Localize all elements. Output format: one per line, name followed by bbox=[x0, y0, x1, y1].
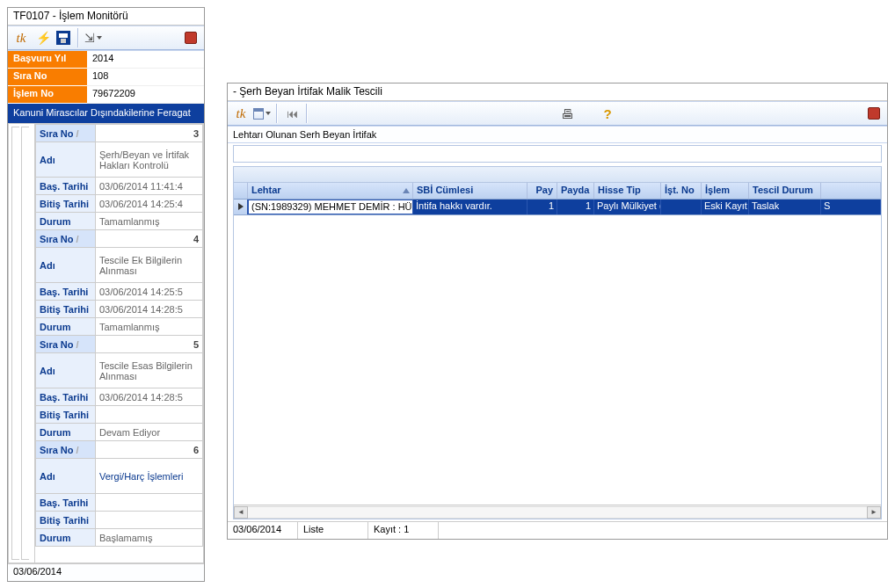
save-button[interactable] bbox=[54, 28, 73, 47]
cell-hisse: Paylı Mülkiyet (İ bbox=[594, 200, 661, 214]
col-hisse[interactable]: Hisse Tip bbox=[594, 183, 661, 199]
cell-sbi: İntifa hakkı vardır. bbox=[413, 200, 528, 214]
basvuru-yil-value: 2014 bbox=[87, 51, 204, 69]
table-row: AdıTescile Ek Bilgilerin Alınması bbox=[36, 248, 203, 283]
grid-data-row[interactable]: (SN:1989329) MEHMET DEMİR : HÜS İntifa h… bbox=[234, 200, 881, 215]
status-mode: Liste bbox=[298, 522, 368, 539]
table-row: Baş. Tarihi03/06/2014 14:28:5 bbox=[36, 388, 203, 406]
registration-window: - Şerh Beyan İrtifak Malik Tescili tk ⏮ … bbox=[227, 83, 888, 540]
app-icon[interactable]: tk bbox=[11, 28, 31, 47]
print-button[interactable]: 🖶 bbox=[557, 104, 577, 123]
basvuru-yil-label: Başvuru Yıl bbox=[8, 51, 87, 69]
refresh-button[interactable]: ⚡ bbox=[33, 28, 52, 47]
tree-gutter bbox=[8, 123, 34, 563]
alert-indicator[interactable] bbox=[181, 28, 200, 47]
nav-first-button[interactable]: ⏮ bbox=[282, 104, 302, 123]
scroll-right-icon[interactable]: ► bbox=[867, 506, 881, 519]
case-header: Kanuni Mirascılar Dışındakilerine Feraga… bbox=[8, 104, 204, 123]
table-row: DurumDevam Ediyor bbox=[36, 424, 203, 441]
left-status-bar: 03/06/2014 bbox=[8, 563, 204, 581]
table-row: Baş. Tarihi03/06/2014 11:41:4 bbox=[36, 178, 203, 195]
cell-extra: S bbox=[821, 200, 881, 214]
records-area: Sıra No /3 AdıŞerh/Beyan ve İrtifak Hakl… bbox=[8, 123, 204, 563]
table-row: DurumBaşlamamış bbox=[36, 529, 203, 547]
table-row: Bitiş Tarihi03/06/2014 14:25:4 bbox=[36, 195, 203, 213]
key-fields: Başvuru Yıl 2014 Sıra No 108 İşlem No 79… bbox=[8, 50, 204, 104]
islem-no-label: İşlem No bbox=[8, 86, 87, 104]
cell-pay: 1 bbox=[528, 200, 557, 214]
col-pay[interactable]: Pay bbox=[528, 183, 557, 199]
calendar-button[interactable] bbox=[252, 104, 272, 123]
left-toolbar: tk ⚡ ⇲ bbox=[8, 25, 204, 50]
col-islem[interactable]: İşlem bbox=[702, 183, 749, 199]
help-button[interactable]: ? bbox=[598, 104, 617, 123]
table-row: AdıTescile Esas Bilgilerin Alınması bbox=[36, 353, 203, 388]
process-monitor-window: TF0107 - İşlem Monitörü tk ⚡ ⇲ Başvuru Y… bbox=[7, 7, 205, 582]
row-indicator-header bbox=[234, 183, 248, 199]
sira-no-label: Sıra No bbox=[8, 69, 87, 86]
table-row: DurumTamamlanmış bbox=[36, 213, 203, 230]
col-lehtar[interactable]: Lehtar bbox=[248, 183, 413, 199]
records-scroll[interactable]: Sıra No /3 AdıŞerh/Beyan ve İrtifak Hakl… bbox=[34, 123, 204, 563]
app-icon[interactable]: tk bbox=[231, 104, 251, 123]
status-date: 03/06/2014 bbox=[228, 522, 298, 539]
table-row: Bitiş Tarihi bbox=[36, 406, 203, 424]
alert-indicator[interactable] bbox=[864, 104, 884, 123]
cell-payda: 1 bbox=[557, 200, 594, 214]
records-table: Sıra No /3 AdıŞerh/Beyan ve İrtifak Hakl… bbox=[35, 124, 203, 547]
right-toolbar: tk ⏮ 🖶 ? bbox=[228, 101, 887, 126]
scroll-track[interactable] bbox=[248, 506, 867, 519]
table-row: Baş. Tarihi bbox=[36, 494, 203, 512]
table-row: Bitiş Tarihi03/06/2014 14:28:5 bbox=[36, 301, 203, 318]
scroll-left-icon[interactable]: ◄ bbox=[234, 506, 248, 519]
sira-no-value: 108 bbox=[87, 69, 204, 86]
table-row: AdıVergi/Harç İşlemleri bbox=[36, 459, 203, 494]
grid-horizontal-scrollbar[interactable]: ◄ ► bbox=[234, 505, 881, 519]
cell-tescil: Taslak bbox=[749, 200, 821, 214]
status-count: Kayıt : 1 bbox=[368, 522, 439, 539]
col-payda[interactable]: Payda bbox=[557, 183, 594, 199]
table-row: AdıŞerh/Beyan ve İrtifak Hakları Kontrol… bbox=[36, 142, 203, 178]
data-grid[interactable]: Lehtar SBİ Cümlesi Pay Payda Hisse Tip İ… bbox=[233, 166, 882, 519]
cell-lehtar[interactable]: (SN:1989329) MEHMET DEMİR : HÜS bbox=[248, 200, 413, 214]
table-row: Sıra No /4 bbox=[36, 230, 203, 248]
col-istno[interactable]: İşt. No bbox=[661, 183, 702, 199]
right-title-bar: - Şerh Beyan İrtifak Malik Tescili bbox=[228, 83, 887, 101]
status-fill bbox=[439, 522, 887, 539]
table-row: DurumTamamlanmış bbox=[36, 318, 203, 336]
grid-group-band bbox=[234, 167, 881, 183]
col-tescil[interactable]: Tescil Durum bbox=[749, 183, 821, 199]
cell-islem: Eski Kayıt bbox=[702, 200, 749, 214]
cell-istno bbox=[661, 200, 702, 214]
table-row: Baş. Tarihi03/06/2014 14:25:5 bbox=[36, 283, 203, 301]
islem-no-value: 79672209 bbox=[87, 86, 204, 104]
left-title-bar: TF0107 - İşlem Monitörü bbox=[8, 8, 204, 25]
right-status-bar: 03/06/2014 Liste Kayıt : 1 bbox=[228, 521, 887, 539]
subheader: Lehtarı Olunan Serh Beyan İrtifak bbox=[228, 126, 887, 143]
col-extra[interactable] bbox=[821, 183, 881, 199]
table-row: Sıra No /5 bbox=[36, 336, 203, 353]
table-row: Sıra No /3 bbox=[36, 125, 203, 142]
tree-button[interactable]: ⇲ bbox=[84, 28, 103, 47]
grid-header-row: Lehtar SBİ Cümlesi Pay Payda Hisse Tip İ… bbox=[234, 183, 881, 200]
col-sbi[interactable]: SBİ Cümlesi bbox=[413, 183, 528, 199]
table-row: Bitiş Tarihi bbox=[36, 512, 203, 529]
row-indicator-icon bbox=[234, 200, 248, 214]
sort-asc-icon bbox=[403, 188, 410, 193]
table-row: Sıra No /6 bbox=[36, 441, 203, 459]
filter-input[interactable] bbox=[233, 145, 882, 163]
